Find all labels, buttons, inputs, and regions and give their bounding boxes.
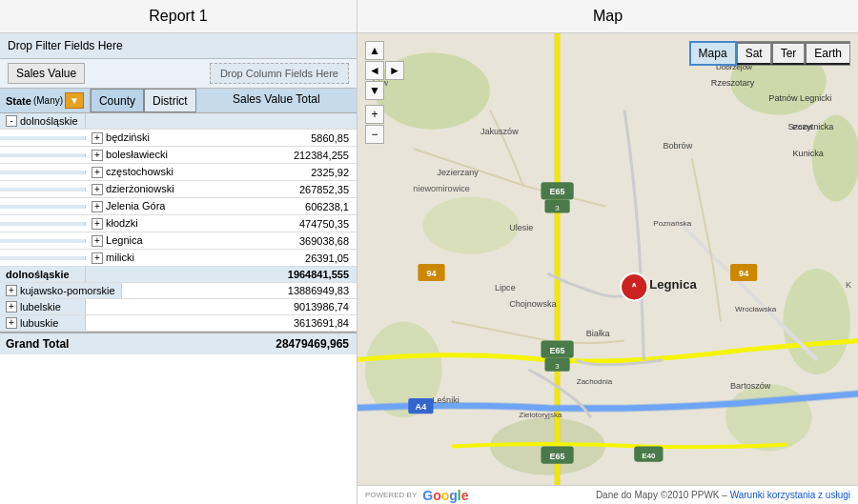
county-name: bolesławiecki xyxy=(106,149,168,160)
sales-value-button[interactable]: Sales Value xyxy=(8,63,85,84)
svg-text:A4: A4 xyxy=(416,402,427,412)
svg-text:Jakuszów: Jakuszów xyxy=(480,127,519,136)
svg-text:Lipce: Lipce xyxy=(495,283,516,292)
terms-link[interactable]: Warunki korzystania z usługi xyxy=(730,490,850,500)
svg-text:E65: E65 xyxy=(550,187,565,196)
svg-text:E40: E40 xyxy=(642,452,656,460)
value-cell: 212384,255 xyxy=(261,148,357,163)
district-tab[interactable]: District xyxy=(144,89,196,112)
county-cell: + będziński xyxy=(86,130,261,146)
value-cell: 26391,05 xyxy=(261,251,357,266)
report-controls: Sales Value Drop Column Fields Here xyxy=(0,59,357,89)
svg-text:Zielotoryjska: Zielotoryjska xyxy=(519,411,562,419)
grand-total-label: Grand Total xyxy=(0,333,86,354)
county-cell: + dzierżoniowski xyxy=(86,181,261,197)
svg-text:94: 94 xyxy=(426,269,436,278)
county-cell: + milicki xyxy=(86,250,261,266)
table-row: + lubelskie 9013986,74 xyxy=(0,299,357,315)
svg-text:Białka: Białka xyxy=(586,329,611,338)
county-tab[interactable]: County xyxy=(91,89,144,112)
svg-text:K: K xyxy=(846,280,851,290)
county-cell xyxy=(86,305,261,309)
svg-text:Ulesie: Ulesie xyxy=(509,223,533,232)
table-row: + Legnica 369038,68 xyxy=(0,232,357,250)
expand-icon[interactable]: + xyxy=(6,285,17,296)
value-cell: 2325,92 xyxy=(261,165,357,180)
state-cell xyxy=(0,222,86,226)
zoom-right-button[interactable]: ► xyxy=(385,61,404,80)
expand-icon[interactable]: + xyxy=(92,150,103,161)
svg-text:Leśniki: Leśniki xyxy=(433,395,460,405)
state-many: (Many) xyxy=(33,95,63,106)
expand-icon[interactable]: + xyxy=(92,252,103,264)
svg-text:94: 94 xyxy=(739,269,748,278)
expand-icon[interactable]: + xyxy=(92,235,103,247)
state-name: lubuskie xyxy=(20,317,58,329)
state-dropdown-button[interactable]: ▼ xyxy=(65,92,84,109)
map-type-sat[interactable]: Sat xyxy=(736,42,771,65)
table-row: + kujawsko-pomorskie 13886949,83 xyxy=(0,283,357,299)
state-cell xyxy=(0,188,86,192)
svg-text:3: 3 xyxy=(555,362,560,371)
map-container[interactable]: E65 3 E65 3 E65 94 94 A4 E40 xyxy=(358,33,858,504)
svg-text:E65: E65 xyxy=(550,452,565,461)
expand-icon[interactable]: + xyxy=(92,132,103,144)
county-cell xyxy=(86,272,261,276)
map-section: Map xyxy=(358,0,858,504)
expand-icon[interactable]: + xyxy=(6,317,17,329)
report-title: Report 1 xyxy=(0,0,357,33)
map-type-ter[interactable]: Ter xyxy=(771,42,806,65)
collapse-icon[interactable]: - xyxy=(6,115,17,127)
zoom-down-button[interactable]: ▼ xyxy=(365,81,384,100)
value-cell: 606238,1 xyxy=(261,199,357,214)
state-filter: State (Many) ▼ xyxy=(0,89,91,112)
zoom-in-button[interactable]: + xyxy=(365,105,384,124)
grand-total-row: Grand Total 28479469,965 xyxy=(0,332,357,354)
state-cell: + lubuskie xyxy=(0,315,86,331)
drop-column-fields[interactable]: Drop Column Fields Here xyxy=(210,63,349,84)
svg-point-7 xyxy=(725,384,812,452)
value-cell: 267852,35 xyxy=(261,182,357,197)
expand-icon[interactable]: + xyxy=(92,201,103,212)
powered-by-label: POWERED BY xyxy=(365,491,417,499)
table-row: + będziński 5860,85 xyxy=(0,130,357,147)
expand-icon[interactable]: + xyxy=(6,301,17,312)
table-row: + milicki 26391,05 xyxy=(0,250,357,267)
map-type-mapa[interactable]: Mapa xyxy=(689,41,737,66)
county-cell xyxy=(86,119,261,123)
map-svg: E65 3 E65 3 E65 94 94 A4 E40 xyxy=(358,33,858,504)
expand-icon[interactable]: + xyxy=(92,218,103,230)
zoom-out-button[interactable]: − xyxy=(365,125,384,144)
state-total-row: dolnośląskie 1964841,555 xyxy=(0,267,357,283)
county-name: Jelenia Góra xyxy=(106,200,165,212)
report-table: - dolnośląskie + będziński 5860,85 xyxy=(0,113,357,504)
svg-text:3: 3 xyxy=(555,204,560,212)
value-cell: 3613691,84 xyxy=(261,315,357,331)
zoom-up-button[interactable]: ▲ xyxy=(365,41,384,60)
value-cell: 5860,85 xyxy=(261,131,357,146)
county-name: kłodzki xyxy=(106,217,138,229)
state-name: kujawsko-pomorskie xyxy=(20,285,115,296)
state-cell: + lubelskie xyxy=(0,299,86,314)
drop-filter-bar[interactable]: Drop Filter Fields Here xyxy=(0,33,357,59)
county-name: milicki xyxy=(106,252,134,263)
value-cell: 9013986,74 xyxy=(261,299,357,314)
svg-text:Jezierzany: Jezierzany xyxy=(438,168,480,177)
zoom-left-button[interactable]: ◄ xyxy=(365,61,384,80)
state-cell xyxy=(0,171,86,174)
expand-icon[interactable]: + xyxy=(92,184,103,195)
county-cell xyxy=(122,289,261,292)
svg-text:Wrocławska: Wrocławska xyxy=(735,305,777,313)
table-row: + częstochowski 2325,92 xyxy=(0,164,357,181)
report-body: Drop Filter Fields Here Sales Value Drop… xyxy=(0,33,357,504)
expand-icon[interactable]: + xyxy=(92,167,103,178)
svg-text:niewomirowice: niewomirowice xyxy=(413,184,469,193)
map-type-buttons: Mapa Sat Ter Earth xyxy=(689,41,850,66)
state-cell xyxy=(0,153,86,157)
map-type-earth[interactable]: Earth xyxy=(805,42,849,65)
county-cell: + bolesławiecki xyxy=(86,147,261,163)
svg-text:Legnica: Legnica xyxy=(649,277,697,292)
state-cell xyxy=(0,205,86,209)
value-cell: 369038,68 xyxy=(261,233,357,249)
sales-total-header: Sales Value Total xyxy=(196,89,357,112)
